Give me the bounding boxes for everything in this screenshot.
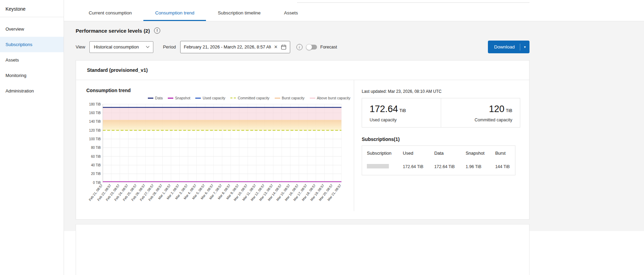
legend-item: Snapshot (168, 96, 190, 100)
forecast-label: Forecast (320, 45, 337, 50)
legend-swatch (310, 98, 315, 99)
service-level-card: Standard (provisioned_v1) Consumption tr… (76, 60, 530, 220)
sidebar-item-overview[interactable]: Overview (0, 21, 64, 37)
legend-swatch (275, 98, 280, 99)
app-title: Keystone (0, 0, 64, 17)
col-used: Used (398, 146, 429, 160)
col-subscription: Subscription (362, 146, 398, 160)
view-select[interactable]: Historical consumption (89, 41, 153, 53)
tab-subscription-timeline[interactable]: Subscription timeline (206, 6, 272, 21)
tab-bar: Current consumption Consumption trend Su… (64, 0, 644, 21)
legend-item: Committed capacity (230, 96, 269, 100)
col-snapshot: Snapshot (461, 146, 490, 160)
legend-item: Above burst capacity (310, 96, 350, 100)
legend-swatch (195, 98, 201, 99)
info-icon[interactable]: i (296, 44, 303, 50)
used-capacity-unit: TiB (400, 108, 406, 113)
controls-row: View Historical consumption Period Febru… (76, 41, 530, 53)
chart-area: Consumption trend DataSnapshotUsed capac… (76, 80, 354, 211)
sidebar-item-assets[interactable]: Assets (0, 52, 64, 68)
svg-text:80 TiB: 80 TiB (91, 146, 101, 150)
cell-snapshot: 1.96 TiB (461, 160, 490, 175)
svg-text:180 TiB: 180 TiB (89, 102, 101, 106)
svg-text:60 TiB: 60 TiB (91, 155, 101, 158)
download-label: Download (494, 44, 515, 50)
svg-text:0 TiB: 0 TiB (93, 181, 101, 185)
used-capacity-stat: 172.64TiB Used capacity (362, 98, 441, 127)
card-title: Standard (provisioned_v1) (76, 60, 529, 80)
scroll-divider (297, 2, 530, 3)
svg-text:140 TiB: 140 TiB (89, 120, 101, 123)
subscriptions-title: Subscriptions(1) (362, 136, 520, 142)
chart-title: Consumption trend (86, 88, 354, 93)
tab-assets[interactable]: Assets (272, 6, 310, 21)
subscription-id-masked (367, 164, 389, 168)
page-title: Performance service levels (2) (76, 28, 150, 34)
sidebar: Keystone Overview Subscriptions Assets M… (0, 0, 64, 275)
col-data: Data (429, 146, 461, 160)
capacity-stats: 172.64TiB Used capacity 120TiB Committed… (362, 98, 520, 128)
table-header-row: Subscription Used Data Snapshot Burst (362, 146, 515, 160)
cell-used: 172.64 TiB (398, 160, 429, 175)
consumption-trend-chart: Feb 21, 08:57Feb 22, 08:57Feb 23, 08:57F… (86, 101, 344, 206)
committed-capacity-value: 120 (489, 104, 504, 114)
legend-item: Burst capacity (275, 96, 305, 100)
app-root: Keystone Overview Subscriptions Assets M… (0, 0, 644, 275)
legend-item: Data (148, 96, 163, 100)
view-select-value: Historical consumption (94, 44, 139, 50)
used-capacity-label: Used capacity (370, 118, 433, 122)
table-row[interactable]: 172.64 TiB 172.64 TiB 1.96 TiB 144 TiB (362, 160, 515, 175)
tab-current-consumption[interactable]: Current consumption (77, 6, 143, 21)
legend-swatch (168, 98, 173, 99)
sidebar-item-administration[interactable]: Administration (0, 83, 64, 99)
used-capacity-value: 172.64 (370, 104, 398, 114)
toggle-knob (306, 44, 312, 50)
cell-data: 172.64 TiB (429, 160, 461, 175)
legend-swatch (230, 98, 236, 98)
period-input[interactable]: February 21, 2026 - March 22, 2026, 8:57… (180, 41, 290, 53)
page-content: Performance service levels (2) ! View Hi… (64, 28, 541, 275)
legend-swatch (148, 98, 153, 99)
svg-text:100 TiB: 100 TiB (89, 137, 101, 141)
cell-burst: 144 TiB (490, 160, 515, 175)
legend-item: Used capacity (195, 96, 225, 100)
tab-consumption-trend[interactable]: Consumption trend (143, 6, 206, 21)
summary-panel: Last updated: Mar 23, 2026, 08:10 AM UTC… (354, 80, 529, 211)
subscriptions-table: Subscription Used Data Snapshot Burst (362, 145, 515, 175)
svg-text:160 TiB: 160 TiB (89, 111, 101, 115)
next-card-partial (76, 224, 530, 275)
main-content: Current consumption Consumption trend Su… (64, 0, 644, 275)
period-value: February 21, 2026 - March 22, 2026, 8:57… (184, 44, 271, 50)
alert-icon[interactable]: ! (154, 28, 160, 34)
svg-text:40 TiB: 40 TiB (91, 163, 101, 167)
clear-icon[interactable]: ✕ (274, 45, 278, 49)
committed-capacity-label: Committed capacity (449, 118, 512, 122)
sidebar-item-subscriptions[interactable]: Subscriptions (0, 37, 64, 52)
committed-capacity-unit: TiB (506, 108, 512, 113)
sidebar-nav: Overview Subscriptions Assets Monitoring… (0, 17, 64, 99)
download-caret-icon[interactable]: ▾ (520, 45, 530, 49)
download-button[interactable]: Download ▾ (488, 41, 530, 53)
last-updated: Last updated: Mar 23, 2026, 08:10 AM UTC (362, 89, 520, 94)
period-label: Period (163, 44, 176, 50)
chevron-down-icon (146, 45, 150, 48)
svg-text:120 TiB: 120 TiB (89, 129, 101, 132)
svg-text:20 TiB: 20 TiB (91, 172, 101, 176)
forecast-toggle[interactable] (307, 45, 317, 50)
section-header: Performance service levels (2) ! (76, 28, 530, 34)
committed-capacity-stat: 120TiB Committed capacity (441, 98, 520, 127)
card-body: Consumption trend DataSnapshotUsed capac… (76, 80, 529, 211)
calendar-icon[interactable] (281, 44, 286, 50)
col-burst: Burst (490, 146, 515, 160)
view-label: View (76, 44, 85, 50)
sidebar-item-monitoring[interactable]: Monitoring (0, 68, 64, 83)
chart-legend: DataSnapshotUsed capacityCommitted capac… (86, 96, 350, 100)
